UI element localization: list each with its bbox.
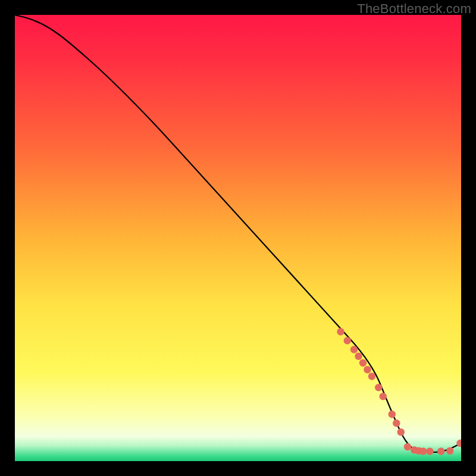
marker-dot: [419, 447, 427, 455]
curve-markers: [337, 328, 461, 455]
marker-dot: [364, 366, 371, 373]
marker-dot: [375, 384, 382, 391]
marker-dot: [397, 428, 405, 436]
marker-dot: [380, 393, 387, 400]
marker-dot: [404, 443, 411, 450]
marker-dot: [337, 328, 344, 335]
chart-container: TheBottleneck.com: [0, 0, 476, 476]
marker-dot: [368, 372, 375, 380]
marker-dot: [389, 411, 396, 418]
marker-dot: [344, 337, 351, 344]
marker-dot: [393, 419, 400, 427]
marker-dot: [437, 447, 444, 455]
marker-dot: [359, 359, 367, 367]
marker-dot: [355, 353, 362, 360]
marker-dot: [426, 447, 433, 455]
marker-dot: [446, 447, 453, 455]
chart-curve: [15, 15, 461, 461]
marker-dot: [350, 346, 358, 353]
plot-area: [15, 15, 461, 461]
curve-path: [15, 15, 461, 452]
